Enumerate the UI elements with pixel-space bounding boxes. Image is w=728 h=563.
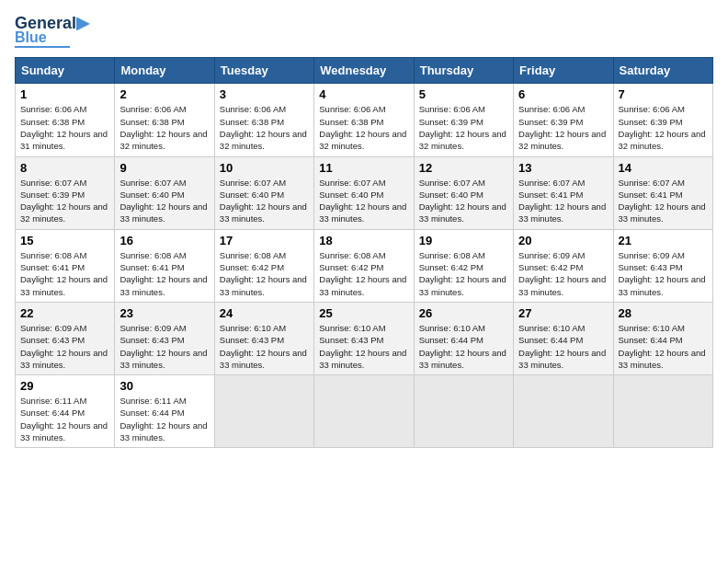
day-number: 19 bbox=[419, 234, 508, 247]
day-info: Sunrise: 6:06 AMSunset: 6:38 PMDaylight:… bbox=[319, 103, 408, 152]
day-number: 29 bbox=[20, 379, 109, 393]
day-cell: 15 Sunrise: 6:08 AMSunset: 6:41 PMDaylig… bbox=[16, 229, 115, 302]
day-info: Sunrise: 6:08 AMSunset: 6:41 PMDaylight:… bbox=[20, 249, 109, 298]
col-header-wednesday: Wednesday bbox=[314, 58, 414, 84]
day-cell: 2 Sunrise: 6:06 AMSunset: 6:38 PMDayligh… bbox=[115, 84, 214, 156]
logo: General▶ Blue bbox=[15, 15, 89, 48]
day-info: Sunrise: 6:10 AMSunset: 6:43 PMDaylight:… bbox=[319, 322, 408, 371]
day-number: 2 bbox=[119, 87, 209, 101]
day-cell bbox=[414, 375, 513, 448]
day-number: 4 bbox=[319, 87, 408, 101]
col-header-monday: Monday bbox=[115, 58, 214, 84]
day-info: Sunrise: 6:07 AMSunset: 6:40 PMDaylight:… bbox=[220, 177, 309, 225]
week-row-1: 1 Sunrise: 6:06 AMSunset: 6:38 PMDayligh… bbox=[16, 84, 713, 156]
day-cell: 7 Sunrise: 6:06 AMSunset: 6:39 PMDayligh… bbox=[613, 84, 712, 156]
day-number: 21 bbox=[619, 234, 708, 247]
week-row-5: 29 Sunrise: 6:11 AMSunset: 6:44 PMDaylig… bbox=[16, 375, 713, 448]
day-cell: 13 Sunrise: 6:07 AMSunset: 6:41 PMDaylig… bbox=[514, 156, 613, 229]
week-row-4: 22 Sunrise: 6:09 AMSunset: 6:43 PMDaylig… bbox=[16, 302, 713, 374]
day-info: Sunrise: 6:07 AMSunset: 6:40 PMDaylight:… bbox=[319, 177, 408, 225]
day-number: 13 bbox=[518, 161, 608, 175]
day-number: 24 bbox=[220, 306, 309, 320]
day-number: 1 bbox=[20, 87, 109, 101]
day-cell: 21 Sunrise: 6:09 AMSunset: 6:43 PMDaylig… bbox=[613, 229, 712, 302]
col-header-friday: Friday bbox=[514, 58, 613, 84]
day-cell: 23 Sunrise: 6:09 AMSunset: 6:43 PMDaylig… bbox=[115, 302, 214, 374]
day-info: Sunrise: 6:07 AMSunset: 6:39 PMDaylight:… bbox=[20, 177, 109, 225]
day-cell bbox=[314, 375, 414, 448]
day-info: Sunrise: 6:10 AMSunset: 6:44 PMDaylight:… bbox=[619, 322, 708, 371]
day-info: Sunrise: 6:06 AMSunset: 6:38 PMDaylight:… bbox=[119, 103, 209, 152]
day-cell: 16 Sunrise: 6:08 AMSunset: 6:41 PMDaylig… bbox=[115, 229, 214, 302]
day-info: Sunrise: 6:09 AMSunset: 6:42 PMDaylight:… bbox=[518, 249, 608, 298]
day-info: Sunrise: 6:06 AMSunset: 6:39 PMDaylight:… bbox=[419, 103, 508, 152]
day-cell: 24 Sunrise: 6:10 AMSunset: 6:43 PMDaylig… bbox=[214, 302, 313, 374]
day-info: Sunrise: 6:06 AMSunset: 6:38 PMDaylight:… bbox=[220, 103, 309, 152]
day-cell: 17 Sunrise: 6:08 AMSunset: 6:42 PMDaylig… bbox=[214, 229, 313, 302]
day-cell bbox=[613, 375, 712, 448]
day-number: 20 bbox=[518, 234, 608, 247]
day-info: Sunrise: 6:08 AMSunset: 6:42 PMDaylight:… bbox=[419, 249, 508, 298]
day-cell: 10 Sunrise: 6:07 AMSunset: 6:40 PMDaylig… bbox=[214, 156, 313, 229]
day-cell: 19 Sunrise: 6:08 AMSunset: 6:42 PMDaylig… bbox=[414, 229, 513, 302]
day-info: Sunrise: 6:08 AMSunset: 6:42 PMDaylight:… bbox=[220, 249, 309, 298]
col-header-saturday: Saturday bbox=[613, 58, 712, 84]
day-cell bbox=[514, 375, 613, 448]
day-cell bbox=[214, 375, 313, 448]
day-cell: 18 Sunrise: 6:08 AMSunset: 6:42 PMDaylig… bbox=[314, 229, 414, 302]
day-number: 18 bbox=[319, 234, 408, 247]
day-cell: 30 Sunrise: 6:11 AMSunset: 6:44 PMDaylig… bbox=[115, 375, 214, 448]
logo-line bbox=[15, 46, 70, 48]
day-cell: 26 Sunrise: 6:10 AMSunset: 6:44 PMDaylig… bbox=[414, 302, 513, 374]
day-info: Sunrise: 6:09 AMSunset: 6:43 PMDaylight:… bbox=[119, 322, 209, 371]
day-info: Sunrise: 6:10 AMSunset: 6:44 PMDaylight:… bbox=[419, 322, 508, 371]
day-cell: 6 Sunrise: 6:06 AMSunset: 6:39 PMDayligh… bbox=[514, 84, 613, 156]
day-number: 14 bbox=[619, 161, 708, 175]
day-cell: 11 Sunrise: 6:07 AMSunset: 6:40 PMDaylig… bbox=[314, 156, 414, 229]
day-number: 7 bbox=[619, 87, 708, 101]
day-cell: 25 Sunrise: 6:10 AMSunset: 6:43 PMDaylig… bbox=[314, 302, 414, 374]
day-number: 30 bbox=[119, 379, 209, 393]
day-info: Sunrise: 6:11 AMSunset: 6:44 PMDaylight:… bbox=[20, 395, 109, 443]
day-info: Sunrise: 6:06 AMSunset: 6:38 PMDaylight:… bbox=[20, 103, 109, 152]
calendar-table: SundayMondayTuesdayWednesdayThursdayFrid… bbox=[15, 57, 713, 448]
day-number: 22 bbox=[20, 306, 109, 320]
col-header-tuesday: Tuesday bbox=[214, 58, 313, 84]
day-number: 15 bbox=[20, 234, 109, 247]
day-info: Sunrise: 6:11 AMSunset: 6:44 PMDaylight:… bbox=[119, 395, 209, 443]
day-number: 28 bbox=[619, 306, 708, 320]
day-info: Sunrise: 6:08 AMSunset: 6:42 PMDaylight:… bbox=[319, 249, 408, 298]
day-number: 8 bbox=[20, 161, 109, 175]
day-number: 27 bbox=[518, 306, 608, 320]
day-cell: 4 Sunrise: 6:06 AMSunset: 6:38 PMDayligh… bbox=[314, 84, 414, 156]
day-cell: 29 Sunrise: 6:11 AMSunset: 6:44 PMDaylig… bbox=[16, 375, 115, 448]
day-info: Sunrise: 6:07 AMSunset: 6:40 PMDaylight:… bbox=[119, 177, 209, 225]
day-cell: 8 Sunrise: 6:07 AMSunset: 6:39 PMDayligh… bbox=[16, 156, 115, 229]
day-info: Sunrise: 6:06 AMSunset: 6:39 PMDaylight:… bbox=[619, 103, 708, 152]
day-info: Sunrise: 6:10 AMSunset: 6:44 PMDaylight:… bbox=[518, 322, 608, 371]
day-cell: 9 Sunrise: 6:07 AMSunset: 6:40 PMDayligh… bbox=[115, 156, 214, 229]
day-number: 23 bbox=[119, 306, 209, 320]
day-info: Sunrise: 6:08 AMSunset: 6:41 PMDaylight:… bbox=[119, 249, 209, 298]
day-number: 10 bbox=[220, 161, 309, 175]
day-cell: 3 Sunrise: 6:06 AMSunset: 6:38 PMDayligh… bbox=[214, 84, 313, 156]
week-row-2: 8 Sunrise: 6:07 AMSunset: 6:39 PMDayligh… bbox=[16, 156, 713, 229]
day-cell: 14 Sunrise: 6:07 AMSunset: 6:41 PMDaylig… bbox=[613, 156, 712, 229]
week-row-3: 15 Sunrise: 6:08 AMSunset: 6:41 PMDaylig… bbox=[16, 229, 713, 302]
day-cell: 22 Sunrise: 6:09 AMSunset: 6:43 PMDaylig… bbox=[16, 302, 115, 374]
day-number: 25 bbox=[319, 306, 408, 320]
day-cell: 12 Sunrise: 6:07 AMSunset: 6:40 PMDaylig… bbox=[414, 156, 513, 229]
day-cell: 5 Sunrise: 6:06 AMSunset: 6:39 PMDayligh… bbox=[414, 84, 513, 156]
day-number: 9 bbox=[119, 161, 209, 175]
day-number: 26 bbox=[419, 306, 508, 320]
day-info: Sunrise: 6:09 AMSunset: 6:43 PMDaylight:… bbox=[20, 322, 109, 371]
day-info: Sunrise: 6:07 AMSunset: 6:41 PMDaylight:… bbox=[518, 177, 608, 225]
day-number: 5 bbox=[419, 87, 508, 101]
day-info: Sunrise: 6:10 AMSunset: 6:43 PMDaylight:… bbox=[220, 322, 309, 371]
day-number: 16 bbox=[119, 234, 209, 247]
day-number: 12 bbox=[419, 161, 508, 175]
day-number: 3 bbox=[220, 87, 309, 101]
header: General▶ Blue bbox=[15, 15, 713, 48]
day-info: Sunrise: 6:07 AMSunset: 6:40 PMDaylight:… bbox=[419, 177, 508, 225]
day-cell: 28 Sunrise: 6:10 AMSunset: 6:44 PMDaylig… bbox=[613, 302, 712, 374]
